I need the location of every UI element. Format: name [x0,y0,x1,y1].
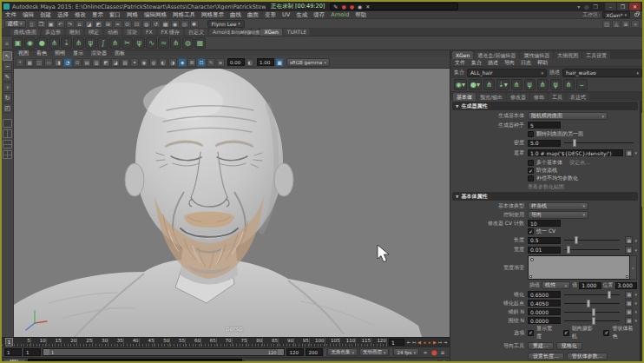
snap-to-point-icon[interactable]: ⊙ [123,20,132,28]
normalize-button[interactable]: 规格化 [556,342,582,350]
noise-modifier-icon[interactable]: ≈ [158,37,169,49]
xgen-curves-to-guides-icon[interactable]: ⋔ [537,79,549,90]
pen-tool-icon[interactable]: ✎ [333,3,338,10]
shelf-tab[interactable]: 动画 [104,29,122,36]
cull-checkbox[interactable]: ✓ [528,168,534,174]
scrollbar[interactable]: ▲ [640,101,644,363]
xgen-preview-refresh-icon[interactable]: ◉ [24,37,36,49]
chevron-down-icon[interactable]: ▾ [634,150,637,155]
layout-two-stacked-button[interactable] [3,140,12,148]
open-scene-icon[interactable]: ❐ [37,20,46,28]
sculpt-guides-icon[interactable]: ψ [85,37,96,49]
xgen-clear-preview-icon[interactable]: ● [36,37,48,49]
xgen-attach-description-icon[interactable]: ⇣▾ [496,79,509,90]
menu-item[interactable]: UV [282,11,290,19]
use-all-lights-icon[interactable]: ✶ [130,58,139,67]
menu-item[interactable]: 曲线 [230,11,241,19]
shaded-mode-icon[interactable]: ◪ [111,58,120,67]
film-gate-icon[interactable]: ◫ [35,58,43,67]
stop-recording-icon[interactable]: ✕ [365,3,370,10]
animation-start-field[interactable]: 1 [4,348,22,356]
construction-history-icon[interactable]: ↺ [152,20,161,28]
selection-mask-object-icon[interactable]: ◪ [85,20,94,28]
tray-dropdown-icon[interactable]: ▾ [577,3,580,10]
viewport-canvas[interactable]: persp [14,69,450,337]
range-start-handle[interactable] [43,349,49,355]
menu-item[interactable]: 变形 [265,11,276,19]
tray-search-icon[interactable]: ◎ [584,3,588,10]
groom-tool-icon[interactable]: ⋔ [170,37,181,49]
create-description-icon[interactable]: ⋔ [49,37,60,49]
viewport-menu-item[interactable]: 照明 [55,50,65,57]
mask-map-icon[interactable]: ▦ [625,149,633,157]
animation-preferences-icon[interactable]: ≡ [438,348,447,356]
clump-brush-icon[interactable]: ψ [134,37,145,49]
shelf-menu-icon[interactable]: ≡ [3,37,10,49]
xgen-menu-item[interactable]: 导向 [504,59,515,67]
viewport-menu-item[interactable]: 面板 [115,50,125,57]
menu-item[interactable]: 网格 [127,11,138,19]
guides-from-curves-icon[interactable]: ∫ [97,37,108,49]
length-slider[interactable] [564,240,620,241]
layout-four-pane-button[interactable] [3,150,12,159]
lock-workspace-icon[interactable] [634,13,639,16]
viewport-menu-item[interactable]: 视图 [18,50,29,57]
lasso-tool-icon[interactable]: ∽ [3,62,12,71]
paint-select-tool-icon[interactable]: ✎ [3,72,12,82]
symmetry-toggle-icon[interactable]: ◫ [602,20,611,28]
tilt-n-slider[interactable] [564,312,620,313]
plane-toggle-icon[interactable]: ⊡ [197,58,206,67]
tube-params-button[interactable]: 管状体参数... [567,353,608,360]
isolate-select-icon[interactable]: ⊠ [187,58,196,67]
xgen-create-description-icon[interactable]: ⋔ [483,79,495,90]
snap-to-curve-icon[interactable]: ≈ [114,20,122,28]
redo-icon[interactable]: ↷ [66,20,75,28]
character-set-selector[interactable]: 无角色集 ▾ [327,348,358,356]
shelf-tab[interactable]: FX [142,29,156,36]
viewport-menu-item[interactable]: 渲染器 [91,50,107,57]
xgen-menu-item[interactable]: 帮助 [537,59,548,67]
panel-settings-icon[interactable]: ≡ [216,58,225,67]
coil-modifier-icon[interactable]: ∿ [146,37,157,49]
cv-count-field[interactable]: 10 [528,220,561,227]
menu-item[interactable]: 生成 [296,11,307,19]
make-live-icon[interactable]: ◍ [142,20,151,28]
xgen-add-guides-icon[interactable]: ⋔ [511,79,522,90]
menu-item[interactable]: 选择 [57,11,69,19]
animation-end-field[interactable]: 200 [306,348,323,356]
maximize-button[interactable]: ❐ [617,3,628,10]
face-camera-checkbox[interactable]: ✓ [563,330,569,336]
uniform-cv-checkbox[interactable]: ✓ [528,228,534,234]
grid-toggle-icon[interactable]: ▦ [25,58,34,67]
save-scene-icon[interactable]: ▣ [47,20,56,28]
control-using-selector[interactable]: 导向 ▾ [528,211,588,219]
textured-mode-icon[interactable]: ▧ [121,58,129,67]
collapse-bar-icon[interactable]: « [631,20,640,28]
tilt-n-field[interactable]: 0.0000 [528,308,561,315]
xgen-groomable-splines-icon[interactable]: ⋔ [563,79,575,90]
scrollbar-thumb[interactable] [641,112,644,208]
menu-item[interactable]: 文件 [5,11,16,19]
shelf-tab[interactable]: 曲线/曲面 [10,29,40,36]
exposure-field[interactable]: 0.00 [227,58,245,66]
menu-item[interactable]: 显示 [92,11,103,19]
xgen-menu-item[interactable]: 日志 [521,59,531,67]
xgen-preview-toggle-icon[interactable]: ◉▾ [454,79,467,90]
sidebar-tab[interactable]: 大纲视图 [554,51,582,59]
xgen-window-icon[interactable]: ▣ [12,37,23,49]
selection-mask-component-icon[interactable]: ◩ [95,20,103,28]
add-guides-icon[interactable]: ⋔ [73,37,84,49]
menu-item[interactable]: 缓存 [313,11,325,19]
around-n-slider[interactable] [564,320,620,321]
xgen-menu-item[interactable]: 文件 [455,59,465,67]
render-current-frame-icon[interactable]: ◉ [171,20,180,28]
primitive-section-header[interactable]: ▼ 基本体属性 [452,192,638,201]
primitive-type-selector[interactable]: 样条线 ▾ [528,202,588,210]
anim-layer-selector[interactable]: 无动画层 ▾ [359,348,390,356]
multisample-icon[interactable]: ◑ [168,58,177,67]
generator-section-header[interactable]: ▼ 生成器属性 [452,102,638,110]
scale-tool-icon[interactable]: ◰ [3,103,12,113]
taper-field[interactable]: 0.6500 [528,291,561,298]
current-time-field[interactable]: 1 [389,339,404,346]
tray-window-icon[interactable]: ❒ [594,3,598,10]
